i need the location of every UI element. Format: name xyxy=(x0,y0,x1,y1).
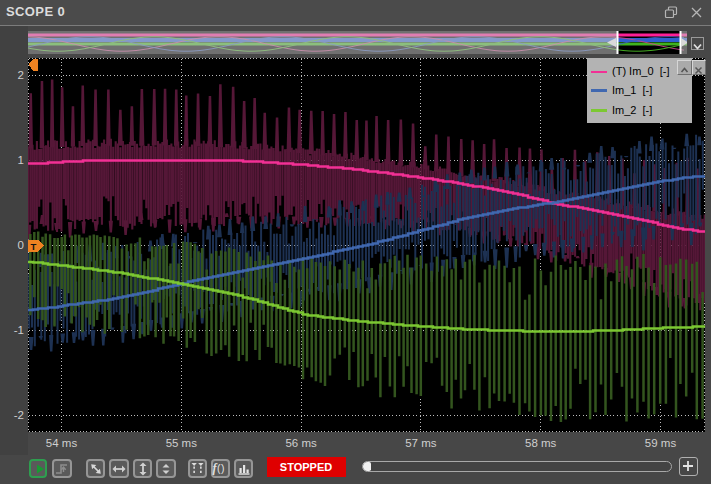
svg-text:T: T xyxy=(30,240,36,251)
